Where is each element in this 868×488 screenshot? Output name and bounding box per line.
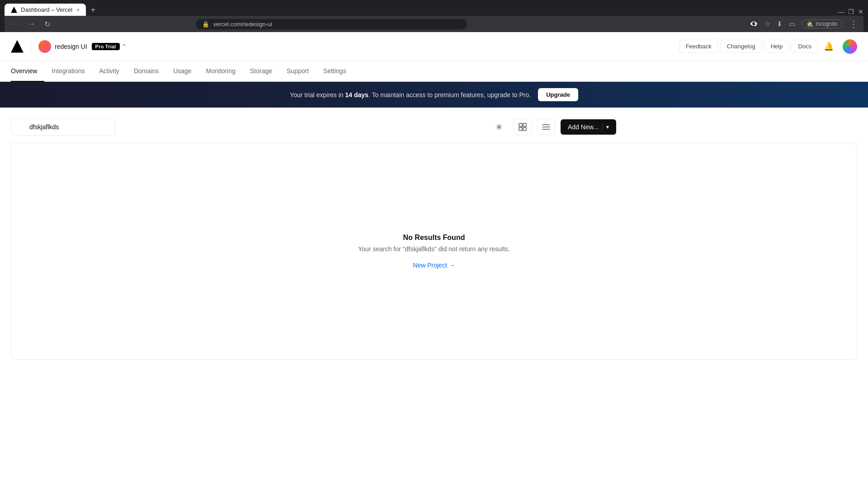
browser-tab-title: Dashboard – Vercel [21,6,72,13]
window-minimize-button[interactable]: — [838,9,844,14]
browser-reload-button[interactable]: ↻ [42,19,52,29]
search-toolbar: Add New... ▾ [11,118,857,136]
feedback-button[interactable]: Feedback [679,40,718,53]
add-new-button[interactable]: Add New... ▾ [561,119,616,135]
address-text: vercel.com/redesign-ui [213,21,272,28]
nav-item-settings[interactable]: Settings [316,61,354,82]
app-header: redesign UI Pro Trial ⌃ Feedback Changel… [0,32,868,61]
no-tracking-icon: 👁️‍🗨️ [750,20,758,28]
browser-chrome: Dashboard – Vercel × + — ❐ ✕ ← → ↻ 🔒 ver… [0,0,868,32]
trial-banner: Your trial expires in 14 days. To mainta… [0,82,868,108]
address-bar-icons: 👁️‍🗨️ ☆ ⬇ ▭ 🕵 Incognito ⋮ [750,19,858,29]
address-bar-field[interactable]: 🔒 vercel.com/redesign-ui [196,19,467,29]
results-area: No Results Found Your search for "dfskja… [11,143,857,360]
browser-more-button[interactable]: ⋮ [849,19,858,29]
app-nav: Overview Integrations Activity Domains U… [0,61,868,82]
header-separator [31,40,31,53]
svg-rect-8 [523,127,526,131]
upgrade-button[interactable]: Upgrade [538,88,578,101]
nav-item-storage[interactable]: Storage [243,61,279,82]
no-results-title: No Results Found [403,234,465,242]
browser-back-button[interactable]: ← [10,19,21,29]
add-new-label: Add New... [568,123,599,131]
incognito-icon: 🕵 [807,21,813,27]
search-wrapper [11,118,508,136]
vercel-tab-icon [11,7,17,13]
header-actions: Feedback Changelog Help Docs 🔔 [679,39,857,54]
bookmark-icon[interactable]: ☆ [764,20,770,28]
nav-item-activity[interactable]: Activity [92,61,127,82]
trial-banner-text: Your trial expires in 14 days. To mainta… [290,91,531,99]
bell-icon: 🔔 [824,42,834,52]
notifications-button[interactable]: 🔔 [820,40,837,53]
nav-item-domains[interactable]: Domains [127,61,166,82]
list-view-button[interactable] [537,119,555,135]
svg-rect-5 [519,123,522,127]
browser-tab-active[interactable]: Dashboard – Vercel × [5,4,86,16]
browser-new-tab-button[interactable]: + [88,5,99,14]
svg-rect-6 [523,123,526,127]
browser-tabs-row: Dashboard – Vercel × + — ❐ ✕ [5,4,863,16]
pro-trial-badge: Pro Trial [92,43,120,50]
grid-icon [519,123,527,131]
nav-item-support[interactable]: Support [279,61,316,82]
window-controls: — ❐ ✕ [838,9,863,14]
trial-days: 14 days [345,91,368,99]
window-maximize-button[interactable]: ❐ [848,9,854,14]
project-avatar [38,40,51,53]
new-project-link[interactable]: New Project → [413,262,455,269]
project-name: redesign UI [55,43,87,50]
vercel-logo[interactable] [11,40,24,53]
incognito-label: Incognito [816,21,838,27]
window-close-button[interactable]: ✕ [858,9,863,14]
nav-item-monitoring[interactable]: Monitoring [199,61,243,82]
main-content: Add New... ▾ No Results Found Your searc… [0,108,868,371]
svg-rect-7 [519,127,522,131]
project-switcher-chevron[interactable]: ⌃ [122,43,127,50]
changelog-button[interactable]: Changelog [720,40,762,53]
trial-text-suffix: . To maintain access to premium features… [368,91,531,99]
download-icon[interactable]: ⬇ [777,20,783,28]
docs-button[interactable]: Docs [791,40,818,53]
split-view-icon[interactable]: ▭ [789,20,795,28]
add-new-chevron-icon: ▾ [602,124,609,130]
browser-forward-button[interactable]: → [26,19,37,29]
lock-icon: 🔒 [202,21,209,28]
browser-tab-close[interactable]: × [77,7,80,13]
browser-tabs: Dashboard – Vercel × + [5,4,99,16]
browser-address-bar: ← → ↻ 🔒 vercel.com/redesign-ui 👁️‍🗨️ ☆ ⬇… [5,16,863,32]
help-button[interactable]: Help [764,40,790,53]
nav-item-integrations[interactable]: Integrations [44,61,92,82]
nav-item-overview[interactable]: Overview [11,61,44,82]
search-clear-button[interactable] [495,123,503,131]
incognito-badge: 🕵 Incognito [802,19,843,28]
search-input[interactable] [11,118,115,136]
nav-item-usage[interactable]: Usage [166,61,198,82]
grid-view-button[interactable] [514,119,532,135]
user-avatar[interactable] [843,39,857,54]
no-results-description: Your search for "dfskjaflkds" did not re… [358,245,509,253]
list-icon [542,123,550,131]
trial-text-prefix: Your trial expires in [290,91,345,99]
